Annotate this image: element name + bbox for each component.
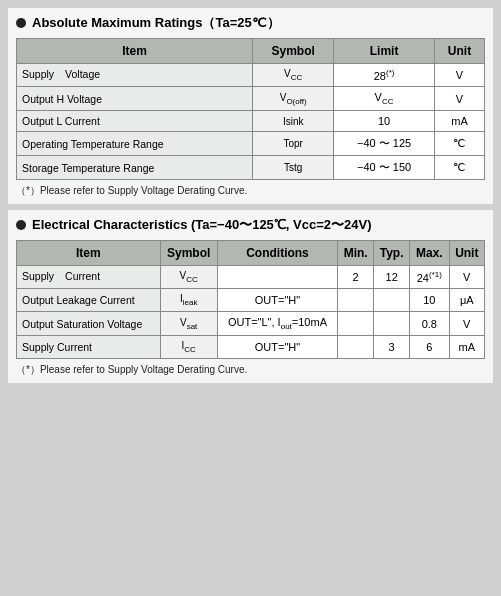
limit-28: 28(*)	[334, 64, 435, 87]
symbol-isink: Isink	[253, 111, 334, 132]
cond-4: OUT="H"	[217, 336, 337, 359]
symbol-icc: ICC	[160, 336, 217, 359]
typ-3: 3	[374, 336, 410, 359]
limit-10: 10	[334, 111, 435, 132]
table-row: Supply Voltage VCC 28(*) V	[17, 64, 485, 87]
unit-ua: μA	[449, 289, 484, 312]
max-6: 6	[410, 336, 450, 359]
section-electrical-char: Electrical Characteristics (Ta=−40〜125℃,…	[8, 210, 493, 383]
table-row: Output L Current Isink 10 mA	[17, 111, 485, 132]
col-item-2: Item	[17, 241, 161, 266]
min-blank-3	[338, 336, 374, 359]
col-min: Min.	[338, 241, 374, 266]
col-item-1: Item	[17, 39, 253, 64]
cond-1	[217, 266, 337, 289]
min-2: 2	[338, 266, 374, 289]
min-blank-2	[338, 312, 374, 336]
absolute-max-table: Item Symbol Limit Unit Supply Voltage VC…	[16, 38, 485, 180]
col-symbol-1: Symbol	[253, 39, 334, 64]
symbol-vooff: VO(off)	[253, 87, 334, 111]
symbol-vsat: Vsat	[160, 312, 217, 336]
col-typ: Typ.	[374, 241, 410, 266]
section2-title: Electrical Characteristics (Ta=−40〜125℃,…	[16, 216, 485, 234]
table-row: Operating Temperature Range Topr −40 〜 1…	[17, 132, 485, 156]
unit-v-1: V	[434, 64, 484, 87]
limit-storage-temp: −40 〜 150	[334, 156, 435, 180]
item-output-h-voltage: Output H Voltage	[17, 87, 253, 111]
table-row: Storage Temperature Range Tstg −40 〜 150…	[17, 156, 485, 180]
unit-degc-1: ℃	[434, 132, 484, 156]
section1-title: Absolute Maximum Ratings（Ta=25℃）	[16, 14, 485, 32]
bullet-icon-2	[16, 220, 26, 230]
col-max: Max.	[410, 241, 450, 266]
symbol-topr: Topr	[253, 132, 334, 156]
col-symbol-2: Symbol	[160, 241, 217, 266]
table-row: Supply Current ICC OUT="H" 3 6 mA	[17, 336, 485, 359]
table-row: Output H Voltage VO(off) VCC V	[17, 87, 485, 111]
section1-note: （*）Please refer to Supply Voltage Derati…	[16, 184, 485, 198]
unit-v-4: V	[449, 312, 484, 336]
typ-12: 12	[374, 266, 410, 289]
unit-v-2: V	[434, 87, 484, 111]
item-supply-voltage: Supply Voltage	[17, 64, 253, 87]
item-supply-current-2: Supply Current	[17, 336, 161, 359]
symbol-ileak: Ileak	[160, 289, 217, 312]
cond-3: OUT="L", Iout=10mA	[217, 312, 337, 336]
limit-vcc: VCC	[334, 87, 435, 111]
table-row: Output Saturation Voltage Vsat OUT="L", …	[17, 312, 485, 336]
item-supply-current-1: Supply Current	[17, 266, 161, 289]
typ-blank-1	[374, 289, 410, 312]
typ-blank-2	[374, 312, 410, 336]
col-limit: Limit	[334, 39, 435, 64]
max-08: 0.8	[410, 312, 450, 336]
unit-ma-2: mA	[449, 336, 484, 359]
bullet-icon	[16, 18, 26, 28]
max-10-2: 10	[410, 289, 450, 312]
item-storage-temp: Storage Temperature Range	[17, 156, 253, 180]
section2-note: （*）Please refer to Supply Voltage Derati…	[16, 363, 485, 377]
electrical-char-table: Item Symbol Conditions Min. Typ. Max. Un…	[16, 240, 485, 359]
item-output-leakage: Output Leakage Current	[17, 289, 161, 312]
symbol-tstg: Tstg	[253, 156, 334, 180]
table-row: Supply Current VCC 2 12 24(*1) V	[17, 266, 485, 289]
unit-ma-1: mA	[434, 111, 484, 132]
max-24: 24(*1)	[410, 266, 450, 289]
item-output-sat-voltage: Output Saturation Voltage	[17, 312, 161, 336]
unit-degc-2: ℃	[434, 156, 484, 180]
symbol-vcc-1: VCC	[253, 64, 334, 87]
item-operating-temp: Operating Temperature Range	[17, 132, 253, 156]
table-row: Output Leakage Current Ileak OUT="H" 10 …	[17, 289, 485, 312]
item-output-l-current: Output L Current	[17, 111, 253, 132]
symbol-vcc-2: VCC	[160, 266, 217, 289]
col-conditions: Conditions	[217, 241, 337, 266]
cond-2: OUT="H"	[217, 289, 337, 312]
col-unit-1: Unit	[434, 39, 484, 64]
col-unit-2: Unit	[449, 241, 484, 266]
unit-v-3: V	[449, 266, 484, 289]
limit-op-temp: −40 〜 125	[334, 132, 435, 156]
min-blank-1	[338, 289, 374, 312]
section-absolute-max: Absolute Maximum Ratings（Ta=25℃） Item Sy…	[8, 8, 493, 204]
